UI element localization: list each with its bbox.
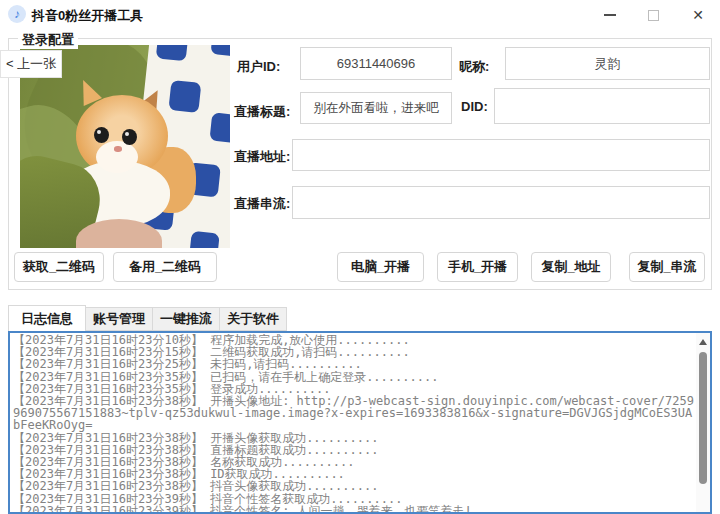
- close-button[interactable]: ✕: [678, 0, 718, 30]
- title-bar: ♪ 抖音0粉丝开播工具 ✕: [0, 0, 720, 30]
- cat-eye: [94, 127, 109, 143]
- did-label: DID:: [461, 99, 488, 114]
- live-stream-label: 直播串流:: [234, 195, 290, 213]
- minimize-icon: [604, 14, 616, 16]
- live-title-label: 直播标题:: [234, 103, 290, 121]
- close-icon: ✕: [692, 8, 704, 22]
- live-title-field[interactable]: [300, 92, 452, 124]
- maximize-icon: [648, 10, 659, 21]
- log-line: 【2023年7月31日16时23分25秒】 未扫码,请扫码..........: [13, 358, 694, 370]
- live-url-label: 直播地址:: [234, 148, 290, 166]
- app-logo-icon: ♪: [8, 5, 26, 23]
- did-field[interactable]: [494, 88, 710, 124]
- live-stream-field[interactable]: [292, 186, 710, 219]
- window-title: 抖音0粉丝开播工具: [32, 7, 143, 25]
- tab-account-manage[interactable]: 账号管理: [86, 307, 153, 331]
- tab-bar: 日志信息 账号管理 一键推流 关于软件: [8, 305, 287, 331]
- backup-qrcode-button[interactable]: 备用_二维码: [113, 252, 217, 282]
- live-url-field[interactable]: [292, 139, 710, 171]
- minimize-button[interactable]: [590, 0, 630, 30]
- log-line: 【2023年7月31日16时23分38秒】 开播头像地址: http://p3-…: [13, 395, 694, 432]
- tab-about-software[interactable]: 关于软件: [220, 307, 287, 331]
- cat-eye: [122, 129, 137, 145]
- pc-start-button[interactable]: 电脑_开播: [337, 252, 424, 282]
- log-line: 【2023年7月31日16时23分35秒】 已扫码，请在手机上确定登录.....…: [13, 371, 694, 383]
- copy-stream-button[interactable]: 复制_串流: [629, 252, 705, 282]
- log-output[interactable]: 【2023年7月31日16时23分10秒】 程序加载完成,放心使用.......…: [13, 334, 694, 512]
- nickname-field[interactable]: [505, 47, 710, 80]
- log-line: 【2023年7月31日16时23分38秒】 抖音头像获取成功..........: [13, 480, 694, 492]
- user-id-label: 用户ID:: [237, 58, 280, 76]
- nickname-label: 昵称:: [459, 58, 489, 76]
- log-line: 【2023年7月31日16时23分39秒】 抖音个性签名获取成功........…: [13, 493, 694, 505]
- app-window: ♪ 抖音0粉丝开播工具 ✕ 登录配置: [0, 0, 720, 514]
- scroll-up-icon[interactable]: [699, 339, 707, 345]
- log-line: 【2023年7月31日16时23分38秒】 开播头像获取成功..........: [13, 432, 694, 444]
- eye-glint: [125, 132, 129, 136]
- cat-nose: [114, 146, 122, 152]
- user-id-field[interactable]: [300, 47, 452, 80]
- eye-glint: [97, 130, 101, 134]
- maximize-button[interactable]: [633, 0, 673, 30]
- log-scrollbar[interactable]: [696, 333, 710, 512]
- log-line: 【2023年7月31日16时23分39秒】 抖音个性签名: 人间一趟，哭着来，也…: [13, 505, 694, 512]
- previous-image-button[interactable]: < 上一张: [0, 50, 62, 78]
- scrollbar-thumb[interactable]: [699, 352, 707, 484]
- get-qrcode-button[interactable]: 获取_二维码: [14, 252, 104, 282]
- log-panel[interactable]: 【2023年7月31日16时23分10秒】 程序加载完成,放心使用.......…: [8, 331, 712, 514]
- tab-one-key-push[interactable]: 一键推流: [153, 307, 220, 331]
- tab-log-info[interactable]: 日志信息: [8, 305, 86, 331]
- copy-url-button[interactable]: 复制_地址: [531, 252, 611, 282]
- phone-start-button[interactable]: 手机_开播: [437, 252, 518, 282]
- login-group-title: 登录配置: [18, 31, 78, 49]
